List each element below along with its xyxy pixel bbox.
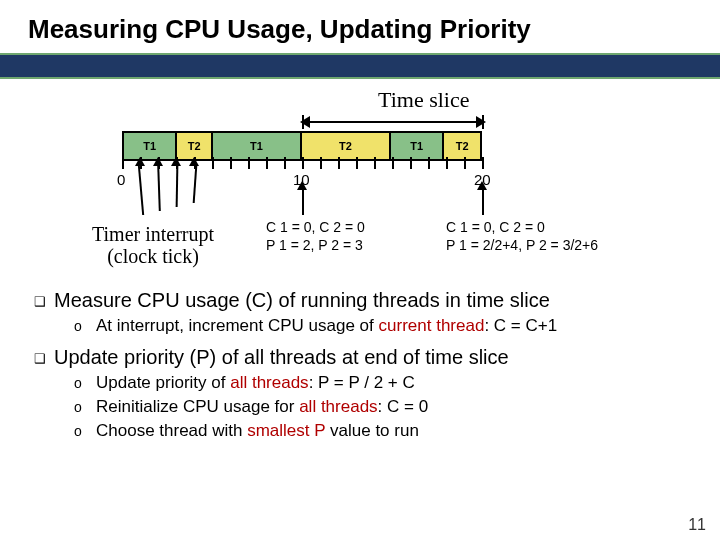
bullet-1-sub-1-text: At interrupt, increment CPU usage of cur… [96,316,557,336]
bullet-2-sub-3: o Choose thread with smallest P value to… [74,421,692,441]
event-10-line1: C 1 = 0, C 2 = 0 [266,219,365,237]
timer-interrupt-label: Timer interrupt (clock tick) [92,223,214,267]
b2s3-pre: Choose thread with [96,421,247,440]
bullet-1-text: Measure CPU usage (C) of running threads… [54,289,550,312]
event-20-line2: P 1 = 2/2+4, P 2 = 3/2+6 [446,237,598,255]
timer-interrupt-label-l2: (clock tick) [92,245,214,267]
bullet-2-sub-1: o Update priority of all threads: P = P … [74,373,692,393]
header-stripe [0,53,720,79]
event-20-arrowhead [477,181,487,190]
b2s1-pre: Update priority of [96,373,230,392]
bullet-2-text: Update priority (P) of all threads at en… [54,346,509,369]
time-slice-label: Time slice [378,87,469,113]
event-20-arrow [482,189,484,215]
timeline-segment: T2 [177,133,213,159]
timeline-segment: T1 [213,133,302,159]
timer-interrupt-arrows [0,161,720,219]
b1s1-post: : C = C+1 [484,316,557,335]
interrupt-arrow-line [176,165,179,207]
event-10-arrowhead [297,181,307,190]
bullet-circle-icon: o [74,421,96,441]
timeline-segment: T1 [124,133,177,159]
b2s2-pre: Reinitialize CPU usage for [96,397,299,416]
bullet-2-sub-3-text: Choose thread with smallest P value to r… [96,421,419,441]
bullet-circle-icon: o [74,316,96,336]
bullet-circle-icon: o [74,373,96,393]
b1s1-red: current thread [379,316,485,335]
event-10-line2: P 1 = 2, P 2 = 3 [266,237,365,255]
slide: Measuring CPU Usage, Updating Priority T… [0,0,720,540]
b2s3-post: value to run [325,421,419,440]
content: ❑ Measure CPU usage (C) of running threa… [0,289,720,441]
event-10-text: C 1 = 0, C 2 = 0 P 1 = 2, P 2 = 3 [266,219,365,254]
timeline-segment: T2 [444,133,480,159]
bullet-2-sub-2-text: Reinitialize CPU usage for all threads: … [96,397,428,417]
bullet-2-sub-1-text: Update priority of all threads: P = P / … [96,373,415,393]
bullet-circle-icon: o [74,397,96,417]
interrupt-arrow-line [193,165,198,203]
title-area: Measuring CPU Usage, Updating Priority [0,0,720,53]
interrupt-arrow-head [189,157,199,166]
bullet-2-sub-2: o Reinitialize CPU usage for all threads… [74,397,692,417]
timeline-diagram: Time slice T1T2T1T2T1T2 0 10 20 Timer in… [0,85,720,285]
slide-title: Measuring CPU Usage, Updating Priority [28,14,692,45]
b1s1-pre: At interrupt, increment CPU usage of [96,316,379,335]
timeline-segment: T1 [391,133,444,159]
b2s1-post: : P = P / 2 + C [309,373,415,392]
b2s2-post: : C = 0 [378,397,429,416]
timeline-segment: T2 [302,133,391,159]
interrupt-arrow-line [138,165,144,215]
timer-interrupt-label-l1: Timer interrupt [92,223,214,245]
event-10-arrow [302,189,304,215]
bullet-square-icon: ❑ [34,346,54,369]
interrupt-arrow-line [157,165,161,211]
bullet-1: ❑ Measure CPU usage (C) of running threa… [34,289,692,312]
time-slice-extent [302,115,484,129]
b2s1-red: all threads [230,373,308,392]
interrupt-arrow-head [171,157,181,166]
event-20-line1: C 1 = 0, C 2 = 0 [446,219,598,237]
bullet-1-sub-1: o At interrupt, increment CPU usage of c… [74,316,692,336]
event-20-text: C 1 = 0, C 2 = 0 P 1 = 2/2+4, P 2 = 3/2+… [446,219,598,254]
interrupt-arrow-head [135,157,145,166]
b2s3-red: smallest P [247,421,325,440]
interrupt-arrow-head [153,157,163,166]
page-number: 11 [688,516,706,534]
b2s2-red: all threads [299,397,377,416]
bullet-2: ❑ Update priority (P) of all threads at … [34,346,692,369]
bullet-square-icon: ❑ [34,289,54,312]
